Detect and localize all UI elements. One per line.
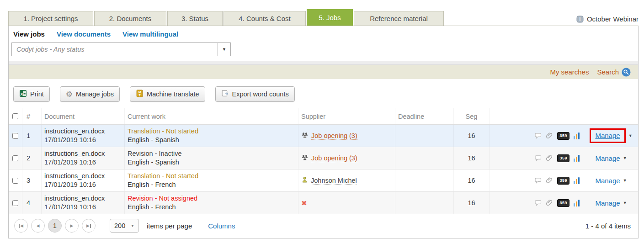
wordcount-badge[interactable]: 359 <box>557 154 569 162</box>
print-button[interactable]: X Print <box>13 86 50 102</box>
main-tab-bar: 1. Project settings 2. Documents 3. Stat… <box>8 9 639 26</box>
paperclip-icon[interactable] <box>546 154 553 162</box>
paperclip-icon[interactable] <box>546 177 553 184</box>
group-icon <box>301 132 309 140</box>
paperclip-icon[interactable] <box>546 199 553 207</box>
header-seg[interactable]: Seg <box>454 108 490 124</box>
search-link[interactable]: Search <box>597 68 619 76</box>
comment-icon[interactable] <box>534 154 542 162</box>
statistics-chart-icon[interactable] <box>574 200 580 207</box>
jobs-panel: View jobs View documents View multilingu… <box>8 26 639 238</box>
statistics-chart-icon[interactable] <box>574 132 580 139</box>
row-checkbox[interactable] <box>12 155 18 161</box>
manage-caret-icon[interactable]: ▼ <box>623 178 627 183</box>
deadline-cell <box>395 170 454 191</box>
work-status: Translation - Not started <box>128 172 198 180</box>
comment-icon[interactable] <box>534 132 542 139</box>
tab-jobs[interactable]: 5. Jobs <box>307 9 353 26</box>
table-row: 2 instructions_en.docx 17/01/2019 10:16 … <box>9 147 638 170</box>
tab-counts-cost[interactable]: 4. Counts & Cost <box>224 11 306 26</box>
subnav-view-multilingual[interactable]: View multilingual <box>122 30 178 38</box>
supplier-link[interactable]: Job opening (3) <box>311 154 357 162</box>
manage-link[interactable]: Manage <box>595 154 620 162</box>
document-name[interactable]: instructions_en.docx <box>44 127 105 136</box>
manage-caret-icon[interactable]: ▼ <box>623 201 627 205</box>
arrow-right-icon: ▶ <box>70 223 74 228</box>
comment-icon[interactable] <box>534 199 542 207</box>
view-subnav: View jobs View documents View multilingu… <box>9 26 638 42</box>
row-number: 1 <box>22 125 42 147</box>
wordcount-badge[interactable]: 359 <box>557 199 569 207</box>
subnav-view-jobs[interactable]: View jobs <box>13 30 45 38</box>
subnav-view-documents[interactable]: View documents <box>57 30 111 38</box>
info-icon[interactable]: i <box>576 16 584 23</box>
segment-count: 16 <box>454 147 490 169</box>
print-label: Print <box>30 90 44 98</box>
statistics-chart-icon[interactable] <box>574 177 580 184</box>
manage-jobs-button[interactable]: ⚙ Manage jobs <box>60 86 120 102</box>
work-status: Revision - Not assigned <box>128 194 197 203</box>
tab-project-settings[interactable]: 1. Project settings <box>8 11 93 26</box>
document-name[interactable]: instructions_en.docx <box>44 149 105 158</box>
header-deadline[interactable]: Deadline <box>395 108 454 124</box>
last-page-button[interactable]: ▶ <box>82 219 96 233</box>
export-icon <box>221 90 229 99</box>
wordcount-badge[interactable]: 359 <box>557 132 569 140</box>
page-size-select[interactable]: 200 ▼ <box>110 219 139 233</box>
job-filter-input[interactable] <box>11 42 218 56</box>
my-searches-link[interactable]: My searches <box>550 68 589 76</box>
current-page-button[interactable]: 1 <box>48 219 62 233</box>
document-date: 17/01/2019 10:16 <box>44 203 105 212</box>
webinar-widget[interactable]: i October Webinar <box>576 15 639 26</box>
machine-translate-label: Machine translate <box>147 90 199 98</box>
next-page-button[interactable]: ▶ <box>65 219 79 233</box>
header-document[interactable]: Document <box>42 108 125 124</box>
filter-dropdown-button[interactable]: ▼ <box>218 42 231 56</box>
supplier-link[interactable]: Johnson Michel <box>311 177 357 185</box>
search-bar: My searches Search <box>9 65 638 79</box>
row-checkbox[interactable] <box>12 200 18 206</box>
supplier-link[interactable]: Job opening (3) <box>311 132 357 140</box>
manage-caret-icon[interactable]: ▼ <box>628 133 633 138</box>
document-name[interactable]: instructions_en.docx <box>44 172 105 180</box>
manage-link[interactable]: Manage <box>595 199 620 207</box>
machine-translate-icon: MT <box>136 90 144 99</box>
statistics-chart-icon[interactable] <box>574 155 580 162</box>
tab-documents[interactable]: 2. Documents <box>94 11 166 26</box>
table-header: # Document Current work Supplier Deadlin… <box>9 108 638 125</box>
header-num[interactable]: # <box>22 108 42 124</box>
search-icon[interactable] <box>622 68 631 77</box>
document-date: 17/01/2019 10:16 <box>44 136 105 144</box>
export-word-counts-button[interactable]: Export word counts <box>215 86 295 102</box>
webinar-label: October Webinar <box>587 15 639 23</box>
language-pair: English - French <box>128 203 197 212</box>
tab-reference-material[interactable]: Reference material <box>354 11 444 26</box>
comment-icon[interactable] <box>534 177 542 184</box>
work-status: Revision - Inactive <box>128 149 181 158</box>
manage-caret-icon[interactable]: ▼ <box>623 156 627 160</box>
group-icon <box>301 154 309 163</box>
header-current-work[interactable]: Current work <box>125 108 298 124</box>
first-page-button[interactable]: ◀ <box>14 219 28 233</box>
items-per-page-label: items per page <box>147 222 192 230</box>
row-checkbox[interactable] <box>12 178 18 184</box>
no-supplier-cross-icon[interactable]: ✖ <box>301 200 307 207</box>
machine-translate-button[interactable]: MT Machine translate <box>130 86 205 102</box>
header-supplier[interactable]: Supplier <box>298 108 395 124</box>
chevron-down-icon: ▼ <box>222 47 226 52</box>
document-name[interactable]: instructions_en.docx <box>44 194 105 203</box>
excel-icon: X <box>19 90 27 99</box>
manage-link[interactable]: Manage <box>595 132 620 139</box>
paperclip-icon[interactable] <box>546 132 553 139</box>
previous-page-button[interactable]: ◀ <box>31 219 45 233</box>
svg-text:i: i <box>580 17 581 22</box>
row-checkbox[interactable] <box>12 133 18 139</box>
tab-status[interactable]: 3. Status <box>167 11 223 26</box>
manage-link[interactable]: Manage <box>595 177 620 185</box>
wordcount-badge[interactable]: 359 <box>557 177 569 185</box>
select-all-checkbox[interactable] <box>12 113 18 119</box>
export-word-counts-label: Export word counts <box>232 90 289 98</box>
table-row: 4 instructions_en.docx 17/01/2019 10:16 … <box>9 192 638 214</box>
columns-link[interactable]: Columns <box>208 222 235 230</box>
arrow-left-icon: ◀ <box>20 223 23 228</box>
